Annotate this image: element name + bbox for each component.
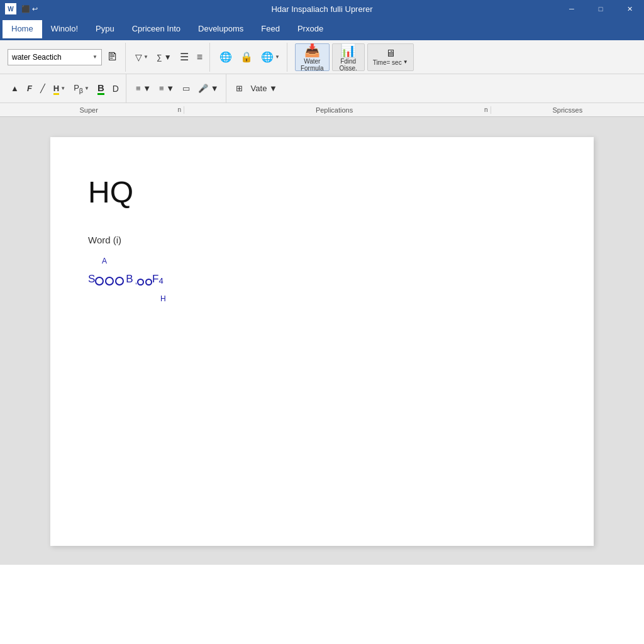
document-page[interactable]: HQ Word (i) A S B , F 4 H <box>50 137 594 546</box>
title-controls: ─ □ ✕ <box>557 0 644 18</box>
vate-button[interactable]: Vate ▼ <box>248 81 280 96</box>
time-sec-icon: 🖥 <box>386 48 396 59</box>
tab-pypu[interactable]: Pypu <box>87 20 123 40</box>
formula-circle-1 <box>95 277 104 286</box>
filter-chevron: ▼ <box>143 54 148 60</box>
formula-dot-2 <box>145 279 152 286</box>
italic-f-button[interactable]: F <box>24 81 35 96</box>
vate-label: Vate ▼ <box>251 84 277 93</box>
list-button[interactable]: ☰ <box>177 48 192 65</box>
formula-dots <box>137 279 152 286</box>
font-dialog-button[interactable]: 🖹 <box>104 48 121 66</box>
numbered-list-button[interactable]: ≡ <box>194 49 206 65</box>
italic-f-icon: F <box>27 84 32 93</box>
ribbon-sections: Super n Peplications n Spricsses <box>0 103 644 117</box>
table-button[interactable]: ⊞ <box>233 81 246 96</box>
table-icon: ⊞ <box>236 84 243 93</box>
align-left-button[interactable]: ≡ ▼ <box>133 81 154 96</box>
filter-button[interactable]: ▽ ▼ <box>132 50 152 65</box>
quick-access: ⬛ ↩ <box>21 5 38 13</box>
formula-f: F <box>152 273 158 286</box>
align-left-icon: ≡ ▼ <box>136 84 151 93</box>
formula-circle-2 <box>105 277 114 286</box>
minimize-button[interactable]: ─ <box>557 0 586 18</box>
document-area: HQ Word (i) A S B , F 4 H <box>0 125 644 565</box>
tools-group: 🌐 🔒 🌐 ▼ <box>213 43 287 72</box>
formula-circles <box>95 277 124 286</box>
globe-button[interactable]: 🌐 <box>216 48 235 65</box>
close-button[interactable]: ✕ <box>615 0 644 18</box>
slash-button[interactable]: ╱ <box>37 81 48 96</box>
mic-button[interactable]: 🎤 ▼ <box>195 81 221 96</box>
water-formula-button[interactable]: 📥 WaterFormula <box>295 43 330 71</box>
styles-group: ⊞ Vate ▼ <box>229 74 284 103</box>
font-selector[interactable]: water Seactich ▼ <box>8 49 102 65</box>
formula-h-subscript: H <box>160 294 166 303</box>
tab-home[interactable]: Home <box>3 20 42 40</box>
web-icon: 🌐 <box>261 51 274 63</box>
highlight-h-button[interactable]: H ▼ <box>50 81 69 96</box>
filter-group: ▽ ▼ ∑ ▼ ☰ ≡ <box>128 43 210 72</box>
formula-dot-1 <box>137 279 144 286</box>
fdind-oisse-label: FdindOisse. <box>339 58 357 72</box>
justify-icon: ▭ <box>182 84 190 93</box>
chevron-down-icon: ▼ <box>92 54 97 60</box>
tab-feed[interactable]: Feed <box>252 20 289 40</box>
highlight-h-icon: H <box>53 84 59 93</box>
document-word-label: Word (i) <box>88 235 562 245</box>
indent-button[interactable]: ≡ ▼ <box>156 81 177 96</box>
formula-a-superscript: A <box>102 257 107 265</box>
font-formatting-group: ▲ F ╱ H ▼ Pβ ▼ B D <box>4 74 126 103</box>
globe-icon: 🌐 <box>219 51 232 63</box>
font-dialog-icon: 🖹 <box>107 50 118 64</box>
paragraph-group: ≡ ▼ ≡ ▼ ▭ 🎤 ▼ <box>129 74 226 103</box>
peplications-section-label: Peplications n <box>184 106 491 114</box>
bold-b-icon: B <box>97 82 104 95</box>
ribbon-tabs: Home Winolo! Pypu Cpriceen Into Develupo… <box>0 18 644 40</box>
time-sec-label: Time= sec ▼ <box>373 59 408 66</box>
formula-circle-3 <box>115 277 124 286</box>
list-icon: ☰ <box>180 51 189 63</box>
slash-icon: ╱ <box>40 84 45 93</box>
filter-icon: ▽ <box>135 52 142 62</box>
lock-button[interactable]: 🔒 <box>237 48 256 65</box>
gray-separator <box>0 117 644 125</box>
count-button[interactable]: ∑ ▼ <box>153 50 175 64</box>
title-bar: W ⬛ ↩ Hdar Inspaliach fulli Uprerer ─ □ … <box>0 0 644 18</box>
time-sec-button[interactable]: 🖥 Time= sec ▼ <box>367 43 414 71</box>
water-formula-label: WaterFormula <box>301 58 324 72</box>
p-sub-button[interactable]: Pβ ▼ <box>70 80 92 97</box>
formula-area: A S B , F 4 H <box>88 264 562 294</box>
web-chevron: ▼ <box>275 54 280 60</box>
triangle-icon: ▲ <box>11 84 19 93</box>
font-group: water Seactich ▼ 🖹 <box>4 43 126 72</box>
tab-winolo[interactable]: Winolo! <box>42 20 87 40</box>
justify-button[interactable]: ▭ <box>179 81 193 96</box>
fdind-oisse-button[interactable]: 📊 FdindOisse. <box>332 43 365 71</box>
bold-b-button[interactable]: B <box>94 80 108 97</box>
formula-4: 4 <box>158 276 163 286</box>
tab-cpriceen[interactable]: Cpriceen Into <box>123 20 189 40</box>
web-button[interactable]: 🌐 ▼ <box>258 48 283 65</box>
mic-icon: 🎤 ▼ <box>198 84 218 93</box>
super-section-label: Super n <box>0 106 184 114</box>
p-sub-icon: Pβ <box>74 83 83 94</box>
maximize-button[interactable]: □ <box>586 0 615 18</box>
count-icon: ∑ ▼ <box>157 53 172 62</box>
ribbon-toolbar-row2: ▲ F ╱ H ▼ Pβ ▼ B D ≡ ▼ ≡ ▼ <box>0 74 644 103</box>
triangle-button[interactable]: ▲ <box>8 81 22 96</box>
document-heading: HQ <box>88 175 562 209</box>
indent-icon: ≡ ▼ <box>159 84 174 93</box>
word-app-icon: W <box>5 3 16 14</box>
spricsses-group: 📥 WaterFormula 📊 FdindOisse. 🖥 Time= sec… <box>290 43 419 72</box>
tab-prxode[interactable]: Prxode <box>289 20 332 40</box>
water-formula-icon: 📥 <box>304 43 320 58</box>
tab-develupoms[interactable]: Develupoms <box>189 20 252 40</box>
title-text: Hdar Inspaliach fulli Uprerer <box>271 4 372 14</box>
ribbon-toolbar: water Seactich ▼ 🖹 ▽ ▼ ∑ ▼ ☰ ≡ 🌐 🔒 🌐 <box>0 40 644 74</box>
formula-s: S <box>88 273 95 286</box>
d-button[interactable]: D <box>109 81 122 96</box>
title-bar-left: W ⬛ ↩ <box>5 3 38 14</box>
numbered-list-icon: ≡ <box>197 52 203 63</box>
fdind-oisse-icon: 📊 <box>340 43 356 58</box>
